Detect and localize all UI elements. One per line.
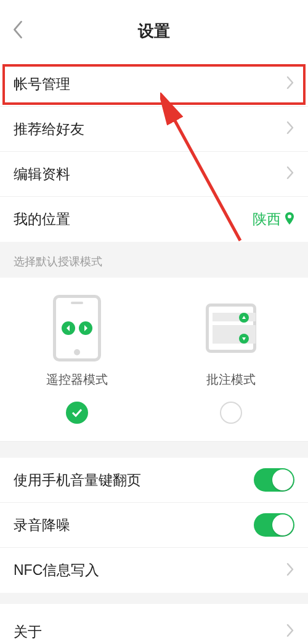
- row-account[interactable]: 帐号管理: [0, 62, 308, 107]
- row-noise-reduction[interactable]: 录音降噪: [0, 503, 308, 548]
- mode-option-remote[interactable]: 遥控器模式: [15, 294, 139, 424]
- row-location[interactable]: 我的位置 陕西: [0, 197, 308, 242]
- location-value: 陕西: [253, 210, 281, 229]
- toggle-switch[interactable]: [254, 468, 294, 492]
- row-volume-flip[interactable]: 使用手机音量键翻页: [0, 458, 308, 503]
- row-label: 使用手机音量键翻页: [14, 471, 141, 490]
- row-label: 录音降噪: [14, 516, 70, 535]
- chevron-right-icon: [286, 121, 294, 137]
- row-edit-profile[interactable]: 编辑资料: [0, 152, 308, 197]
- location-pin-icon: [285, 212, 294, 227]
- chevron-right-icon: [286, 166, 294, 182]
- back-button[interactable]: [11, 19, 25, 43]
- svg-marker-3: [242, 337, 246, 341]
- radio-checked-icon: [66, 402, 88, 424]
- row-label: 推荐给好友: [14, 120, 84, 139]
- mode-option-annotate[interactable]: 批注模式: [169, 294, 293, 424]
- row-about[interactable]: 关于: [0, 604, 308, 644]
- svg-marker-1: [84, 325, 87, 331]
- svg-marker-2: [242, 316, 246, 319]
- row-label: 编辑资料: [14, 165, 70, 184]
- row-nfc[interactable]: NFC信息写入: [0, 548, 308, 593]
- mode-label: 批注模式: [206, 371, 256, 388]
- row-label: 帐号管理: [14, 75, 70, 94]
- annotate-mode-icon: [206, 294, 256, 363]
- chevron-right-icon: [286, 624, 294, 640]
- remote-mode-icon: [52, 294, 102, 363]
- row-label: 关于: [14, 622, 42, 642]
- page-title: 设置: [138, 20, 170, 42]
- radio-unchecked-icon: [220, 402, 242, 424]
- chevron-right-icon: [286, 76, 294, 92]
- svg-marker-0: [67, 325, 70, 331]
- row-label: 我的位置: [14, 210, 70, 229]
- section-header-mode: 选择默认授课模式: [0, 242, 308, 278]
- mode-label: 遥控器模式: [46, 371, 108, 388]
- chevron-right-icon: [286, 563, 294, 579]
- toggle-switch[interactable]: [254, 513, 294, 537]
- row-label: NFC信息写入: [14, 561, 99, 580]
- row-recommend[interactable]: 推荐给好友: [0, 107, 308, 152]
